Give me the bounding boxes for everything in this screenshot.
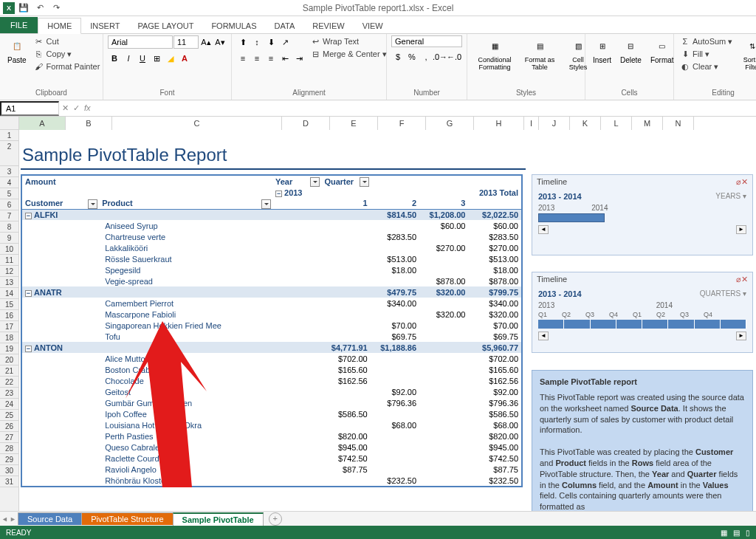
sort-filter-button[interactable]: ⇅Sort & Filter xyxy=(737,35,756,72)
accounting-button[interactable]: $ xyxy=(391,50,405,63)
increase-decimal-button[interactable]: .0→ xyxy=(433,50,447,63)
scroll-left-icon[interactable]: ◄ xyxy=(538,332,549,340)
row-header-19[interactable]: 19 xyxy=(0,343,18,354)
copy-button[interactable]: ⎘Copy ▾ xyxy=(32,48,102,60)
col-header-I[interactable]: I xyxy=(524,117,539,130)
pivot-row[interactable]: −ALFKI$814.50$1,208.00$2,022.50 xyxy=(22,209,521,220)
row-header-6[interactable]: 6 xyxy=(0,199,18,210)
pivot-row[interactable]: Ipoh Coffee$586.50$586.50 xyxy=(22,408,521,419)
italic-button[interactable]: I xyxy=(122,52,135,65)
tab-formulas[interactable]: FORMULAS xyxy=(202,18,265,33)
row-header-24[interactable]: 24 xyxy=(0,399,18,410)
conditional-formatting-button[interactable]: ▦Conditional Formatting xyxy=(472,35,518,72)
pivot-row[interactable]: Mascarpone Fabioli$320.00$320.00 xyxy=(22,309,521,320)
underline-button[interactable]: U xyxy=(136,52,149,65)
row-header-20[interactable]: 20 xyxy=(0,354,18,365)
col-header-J[interactable]: J xyxy=(539,117,570,130)
pivot-row[interactable]: Rhönbräu Klosterbier$232.50$232.50 xyxy=(22,475,521,486)
pivot-row[interactable]: −ANATR$479.75$320.00$799.75 xyxy=(22,286,521,298)
qat-undo-icon[interactable]: ↶ xyxy=(32,1,47,15)
row-header-30[interactable]: 30 xyxy=(0,465,18,476)
row-header-16[interactable]: 16 xyxy=(0,310,18,321)
row-header-23[interactable]: 23 xyxy=(0,388,18,399)
qat-save-icon[interactable]: 💾 xyxy=(16,1,31,15)
name-box[interactable] xyxy=(0,101,59,116)
format-painter-button[interactable]: 🖌Format Painter xyxy=(32,61,102,72)
pivot-row[interactable]: Aniseed Syrup$60.00$60.00 xyxy=(22,220,521,231)
sheet-tab-sample-pivot[interactable]: Sample PivotTable xyxy=(173,512,264,526)
customer-field[interactable]: Customer xyxy=(22,198,99,209)
cancel-formula-icon[interactable]: ✕ xyxy=(62,103,69,113)
fill-color-button[interactable]: ◢ xyxy=(164,52,177,65)
align-right-button[interactable]: ≡ xyxy=(264,52,278,65)
pivot-row[interactable]: Alice Mutton$702.00$702.00 xyxy=(22,353,521,364)
col-header-B[interactable]: B xyxy=(66,117,112,130)
col-header-C[interactable]: C xyxy=(112,117,282,130)
add-sheet-button[interactable]: + xyxy=(269,512,282,526)
col-header-F[interactable]: F xyxy=(378,117,426,130)
row-header-14[interactable]: 14 xyxy=(0,288,18,299)
tab-view[interactable]: VIEW xyxy=(354,18,392,33)
pivot-row[interactable]: Boston Crab Meat$165.60$165.60 xyxy=(22,364,521,375)
align-top-button[interactable]: ⬆ xyxy=(236,35,250,49)
delete-cells-button[interactable]: ⊟Delete xyxy=(617,35,645,66)
decrease-decimal-button[interactable]: ←.0 xyxy=(447,50,461,63)
scroll-left-icon[interactable]: ◄ xyxy=(538,225,549,234)
border-button[interactable]: ⊞ xyxy=(150,52,163,65)
col-header-K[interactable]: K xyxy=(570,117,601,130)
merge-center-button[interactable]: ⊟Merge & Center ▾ xyxy=(309,48,388,60)
row-header-5[interactable]: 5 xyxy=(0,188,18,199)
align-bottom-button[interactable]: ⬇ xyxy=(264,35,278,49)
tab-nav-first-icon[interactable]: ◄ xyxy=(1,515,8,523)
timeline1-unit[interactable]: YEARS ▾ xyxy=(715,192,746,200)
enter-formula-icon[interactable]: ✓ xyxy=(73,103,80,113)
view-normal-icon[interactable]: ▦ xyxy=(721,529,727,537)
paste-button[interactable]: 📋 Paste xyxy=(4,35,30,66)
wrap-text-button[interactable]: ↩Wrap Text xyxy=(309,35,388,47)
pivot-row[interactable]: Perth Pasties$820.00$820.00 xyxy=(22,430,521,442)
tab-insert[interactable]: INSERT xyxy=(81,18,128,33)
tab-review[interactable]: REVIEW xyxy=(303,18,353,33)
font-family-select[interactable] xyxy=(108,35,173,49)
sheet-tab-source-data[interactable]: Source Data xyxy=(18,512,82,525)
row-header-29[interactable]: 29 xyxy=(0,454,18,465)
pivot-row[interactable]: Queso Cabrales$945.00$945.00 xyxy=(22,442,521,453)
pivot-row[interactable]: Lakkalikööri$270.00$270.00 xyxy=(22,242,521,253)
view-page-layout-icon[interactable]: ▤ xyxy=(733,529,740,537)
timeline1-bar[interactable] xyxy=(538,213,605,222)
select-all-corner[interactable] xyxy=(0,117,19,130)
row-header-2[interactable]: 2 xyxy=(0,141,18,166)
pivot-row[interactable]: Louisiana Hot Spiced Okra$68.00$68.00 xyxy=(22,419,521,430)
timeline2-clear-icon[interactable]: ⌀✕ xyxy=(736,275,748,284)
increase-indent-button[interactable]: ⇥ xyxy=(292,52,306,65)
row-header-10[interactable]: 10 xyxy=(0,244,18,255)
clear-button[interactable]: ◐Clear ▾ xyxy=(678,61,734,72)
pivot-table[interactable]: Amount Year Quarter −2013 2013 Total Cus… xyxy=(21,174,523,487)
tab-file[interactable]: FILE xyxy=(0,17,38,33)
format-as-table-button[interactable]: ▤Format as Table xyxy=(520,35,559,72)
pivot-row[interactable]: Chartreuse verte$283.50$283.50 xyxy=(22,231,521,242)
row-header-4[interactable]: 4 xyxy=(0,177,18,188)
sheet-tab-pivot-structure[interactable]: PivotTable Structure xyxy=(81,512,173,525)
align-middle-button[interactable]: ↕ xyxy=(250,35,264,49)
pivot-row[interactable]: Rössle Sauerkraut$513.00$513.00 xyxy=(22,253,521,264)
pivot-row[interactable]: Singaporean Hokkien Fried Mee$70.00$70.0… xyxy=(22,320,521,331)
row-header-21[interactable]: 21 xyxy=(0,365,18,377)
pivot-row[interactable]: Vegie-spread$878.00$878.00 xyxy=(22,275,521,286)
pivot-row[interactable]: Spegesild$18.00$18.00 xyxy=(22,264,521,275)
font-color-button[interactable]: A xyxy=(178,52,191,65)
collapse-icon[interactable]: − xyxy=(25,346,32,352)
row-header-3[interactable]: 3 xyxy=(0,166,18,177)
row-header-28[interactable]: 28 xyxy=(0,443,18,454)
pivot-row[interactable]: Raclette Courdavault$742.50$742.50 xyxy=(22,453,521,464)
scroll-right-icon[interactable]: ► xyxy=(736,332,746,340)
align-left-button[interactable]: ≡ xyxy=(236,52,250,65)
row-header-25[interactable]: 25 xyxy=(0,410,18,421)
pivot-row[interactable]: −ANTON$4,771.91$1,188.86$5,960.77 xyxy=(22,342,521,353)
orientation-button[interactable]: ↗ xyxy=(278,35,292,49)
timeline2-unit[interactable]: QUARTERS ▾ xyxy=(700,289,746,298)
col-header-A[interactable]: A xyxy=(19,117,66,130)
timeline2-bar[interactable] xyxy=(538,320,746,329)
row-header-8[interactable]: 8 xyxy=(0,222,18,233)
col-header-N[interactable]: N xyxy=(663,117,694,130)
